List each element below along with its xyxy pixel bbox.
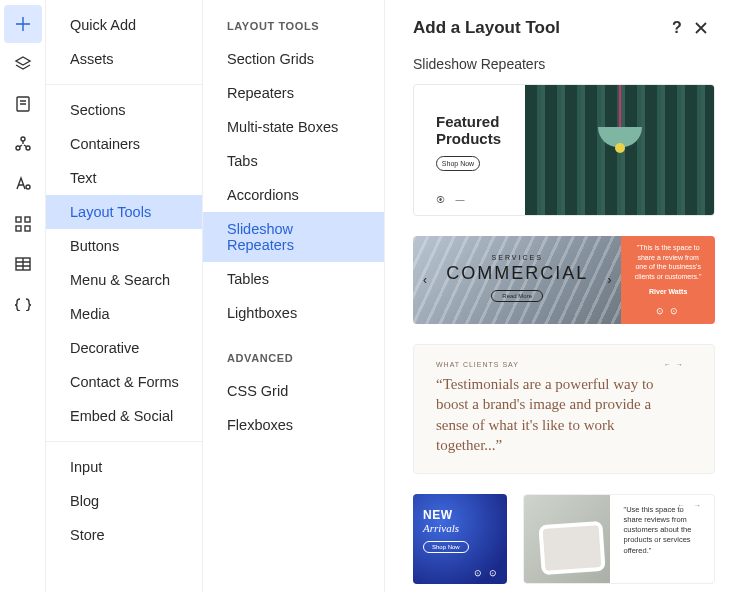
slide-controls: ⊙ ⊙ — [633, 305, 703, 317]
card-image — [524, 495, 610, 583]
pager-dots: ⦿ — — [436, 195, 511, 205]
subcategory-item[interactable]: CSS Grid — [203, 374, 384, 408]
subcategory-item[interactable]: Repeaters — [203, 76, 384, 110]
connections-icon[interactable] — [4, 125, 42, 163]
subcategory-item[interactable]: Section Grids — [203, 42, 384, 76]
shop-now-button: Shop Now — [436, 156, 480, 171]
svg-point-4 — [26, 185, 30, 189]
card-label: SERVICES — [413, 254, 621, 261]
template-card[interactable]: ← → "Use this space to share reviews fro… — [523, 494, 715, 584]
category-item[interactable]: Decorative — [46, 331, 202, 365]
panel-title: Add a Layout Tool — [413, 18, 665, 38]
subcategory-panel: LAYOUT TOOLS Section GridsRepeatersMulti… — [203, 0, 385, 592]
card-label: WHAT CLIENTS SAY — [436, 361, 519, 368]
card-image: ‹ › SERVICES COMMERCIAL Read More — [413, 236, 621, 324]
quote-text: "Use this space to share reviews from cu… — [624, 505, 701, 556]
template-card[interactable]: WHAT CLIENTS SAY ←→ “Testimonials are a … — [413, 344, 715, 474]
template-card[interactable]: NEW Arrivals Shop Now ⊙ ⊙ — [413, 494, 507, 584]
svg-rect-6 — [25, 217, 30, 222]
category-item[interactable]: Media — [46, 297, 202, 331]
table-icon[interactable] — [4, 245, 42, 283]
category-item[interactable]: Assets — [46, 42, 202, 76]
slide-controls: ⊙ ⊙ — [474, 568, 499, 578]
card-title: FeaturedProducts — [436, 113, 511, 148]
category-item[interactable]: Blog — [46, 484, 202, 518]
template-gallery: FeaturedProducts Shop Now ⦿ — ‹ › SERVIC… — [385, 84, 729, 592]
quote-text: "This is the space to share a review fro… — [633, 243, 703, 281]
page-icon[interactable] — [4, 85, 42, 123]
svg-rect-5 — [16, 217, 21, 222]
quote-text: “Testimonials are a powerful way to boos… — [436, 374, 684, 455]
add-tool-icon[interactable] — [4, 5, 42, 43]
panel-subtitle: Slideshow Repeaters — [385, 50, 729, 84]
card-title: COMMERCIAL — [413, 263, 621, 284]
divider — [46, 441, 202, 442]
category-item[interactable]: Input — [46, 450, 202, 484]
shop-now-button: Shop Now — [423, 541, 469, 553]
category-panel: Quick AddAssets SectionsContainersTextLa… — [46, 0, 203, 592]
grid-icon[interactable] — [4, 205, 42, 243]
tool-rail — [0, 0, 46, 592]
template-card[interactable]: ‹ › SERVICES COMMERCIAL Read More "This … — [413, 236, 715, 324]
subcategory-item[interactable]: Flexboxes — [203, 408, 384, 442]
card-quote-panel: "This is the space to share a review fro… — [621, 236, 715, 324]
card-image — [525, 85, 714, 215]
svg-point-1 — [21, 137, 25, 141]
category-item[interactable]: Quick Add — [46, 8, 202, 42]
category-item[interactable]: Menu & Search — [46, 263, 202, 297]
category-item[interactable]: Layout Tools — [46, 195, 202, 229]
help-icon[interactable]: ? — [665, 16, 689, 40]
card-subtitle: Arrivals — [423, 522, 497, 534]
category-item[interactable]: Embed & Social — [46, 399, 202, 433]
category-item[interactable]: Contact & Forms — [46, 365, 202, 399]
divider — [46, 84, 202, 85]
section-heading: ADVANCED — [203, 340, 384, 374]
category-item[interactable]: Containers — [46, 127, 202, 161]
template-card[interactable]: FeaturedProducts Shop Now ⦿ — — [413, 84, 715, 216]
slide-arrows: ← → — [677, 501, 704, 510]
category-item[interactable]: Store — [46, 518, 202, 552]
content-area: Add a Layout Tool ? Slideshow Repeaters … — [385, 0, 729, 592]
close-icon[interactable] — [689, 16, 713, 40]
subcategory-item[interactable]: Accordions — [203, 178, 384, 212]
quote-author: River Watts — [633, 287, 703, 296]
layers-icon[interactable] — [4, 45, 42, 83]
text-style-icon[interactable] — [4, 165, 42, 203]
subcategory-item[interactable]: Slideshow Repeaters — [203, 212, 384, 262]
subcategory-item[interactable]: Multi-state Boxes — [203, 110, 384, 144]
svg-rect-7 — [16, 226, 21, 231]
section-heading: LAYOUT TOOLS — [203, 8, 384, 42]
slide-arrows: ←→ — [660, 361, 684, 368]
card-title: NEW — [423, 508, 497, 522]
read-more-button: Read More — [491, 290, 543, 302]
subcategory-item[interactable]: Tables — [203, 262, 384, 296]
code-icon[interactable] — [4, 285, 42, 323]
svg-rect-8 — [25, 226, 30, 231]
category-item[interactable]: Sections — [46, 93, 202, 127]
subcategory-item[interactable]: Lightboxes — [203, 296, 384, 330]
category-item[interactable]: Buttons — [46, 229, 202, 263]
category-item[interactable]: Text — [46, 161, 202, 195]
subcategory-item[interactable]: Tabs — [203, 144, 384, 178]
